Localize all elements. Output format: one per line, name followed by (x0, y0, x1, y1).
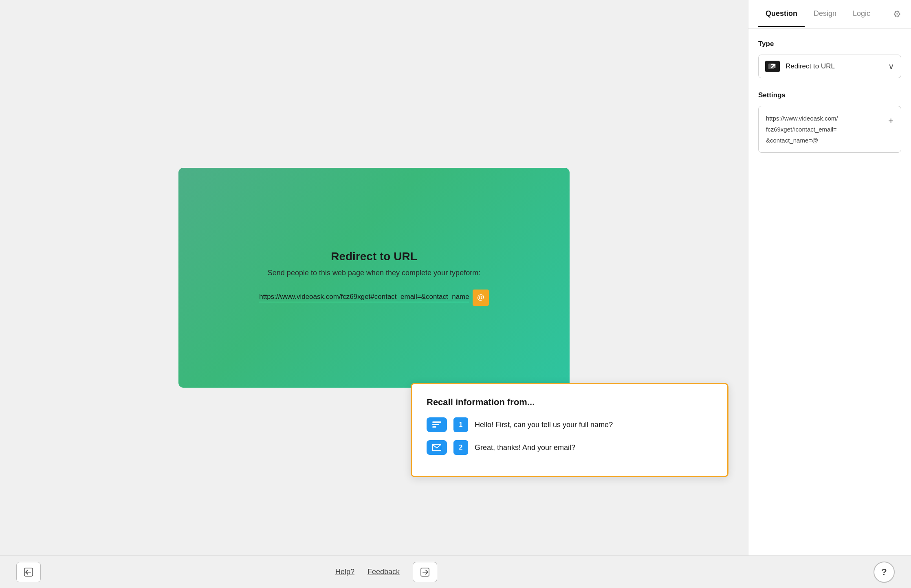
lines-icon (427, 417, 447, 432)
feedback-link[interactable]: Feedback (367, 568, 400, 576)
tab-design[interactable]: Design (806, 1, 844, 27)
preview-area: Redirect to URL Send people to this web … (0, 0, 748, 555)
recall-item-1[interactable]: 1 Hello! First, can you tell us your ful… (427, 417, 713, 432)
url-text: https://www.videoask.com/ + fcz69xget#co… (766, 113, 893, 146)
svg-rect-1 (432, 424, 439, 425)
preview-url: https://www.videoask.com/fcz69xget#conta… (259, 293, 469, 302)
bottom-left (16, 562, 41, 582)
right-nav-button[interactable] (413, 562, 437, 582)
bottom-bar: Help? Feedback ? (0, 555, 911, 588)
recall-num-2: 2 (453, 440, 468, 455)
url-line3: &contact_name=@ (766, 137, 818, 144)
preview-title: Redirect to URL (331, 250, 417, 263)
bottom-right: ? (732, 562, 895, 583)
recall-text-1: Hello! First, can you tell us your full … (475, 421, 613, 429)
help-link[interactable]: Help? (335, 568, 354, 576)
url-line2: fcz69xget#contact_email= (766, 126, 837, 133)
url-settings-box[interactable]: https://www.videoask.com/ + fcz69xget#co… (758, 106, 901, 153)
sidebar-tabs: Question Design Logic ⚙ (748, 0, 911, 29)
type-label: Redirect to URL (786, 62, 888, 70)
url-box-header: https://www.videoask.com/ + fcz69xget#co… (766, 113, 893, 146)
left-nav-button[interactable] (16, 562, 41, 582)
recall-num-1: 1 (453, 417, 468, 432)
tab-logic[interactable]: Logic (845, 1, 878, 27)
url-line1: https://www.videoask.com/ (766, 115, 838, 122)
preview-card: Redirect to URL Send people to this web … (178, 168, 570, 388)
help-circle-button[interactable]: ? (874, 562, 895, 583)
main-layout: Redirect to URL Send people to this web … (0, 0, 911, 555)
redirect-icon (765, 61, 780, 72)
settings-section-label: Settings (758, 91, 901, 99)
sidebar: Question Design Logic ⚙ Type Re (748, 0, 911, 555)
type-section-label: Type (758, 40, 901, 48)
email-icon (427, 440, 447, 455)
type-dropdown[interactable]: Redirect to URL ∨ (758, 55, 901, 78)
tab-question[interactable]: Question (758, 1, 805, 27)
recall-item-2[interactable]: 2 Great, thanks! And your email? (427, 440, 713, 455)
recall-text-2: Great, thanks! And your email? (475, 443, 575, 452)
chevron-down-icon: ∨ (888, 61, 894, 71)
sidebar-content: Type Redirect to URL ∨ Settings (748, 29, 911, 555)
recall-title: Recall information from... (427, 397, 713, 408)
url-plus-btn[interactable]: + (888, 113, 893, 129)
preview-subtitle: Send people to this web page when they c… (268, 269, 480, 277)
svg-rect-0 (432, 421, 441, 423)
settings-section: Settings https://www.videoask.com/ + fcz… (758, 91, 901, 153)
gear-icon[interactable]: ⚙ (893, 9, 901, 20)
recall-popup: Recall information from... 1 Hello! Firs… (411, 383, 728, 477)
bottom-center: Help? Feedback (335, 562, 437, 582)
preview-url-row: https://www.videoask.com/fcz69xget#conta… (259, 290, 489, 306)
at-symbol-badge[interactable]: @ (473, 290, 489, 306)
svg-rect-2 (432, 426, 436, 428)
